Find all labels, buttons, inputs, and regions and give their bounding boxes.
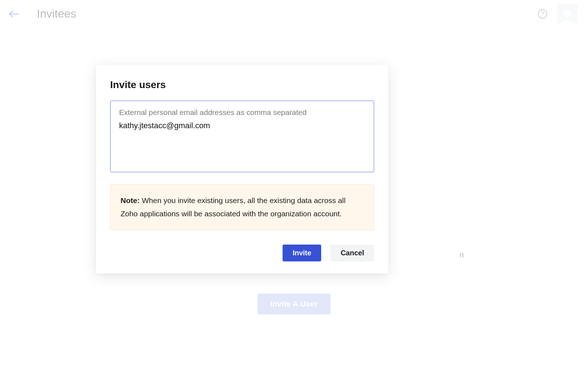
invite-users-modal: Invite users External personal email add… bbox=[96, 65, 388, 274]
invite-button[interactable]: Invite bbox=[283, 245, 321, 261]
email-input-label: External personal email addresses as com… bbox=[119, 108, 365, 117]
modal-actions: Invite Cancel bbox=[110, 245, 374, 261]
modal-title: Invite users bbox=[110, 79, 374, 91]
note-label: Note: bbox=[121, 196, 140, 204]
email-input-container[interactable]: External personal email addresses as com… bbox=[110, 101, 374, 172]
note-text: When you invite existing users, all the … bbox=[121, 196, 346, 218]
email-input[interactable] bbox=[119, 120, 365, 163]
note-box: Note: When you invite existing users, al… bbox=[110, 184, 374, 230]
cancel-button[interactable]: Cancel bbox=[330, 245, 374, 261]
